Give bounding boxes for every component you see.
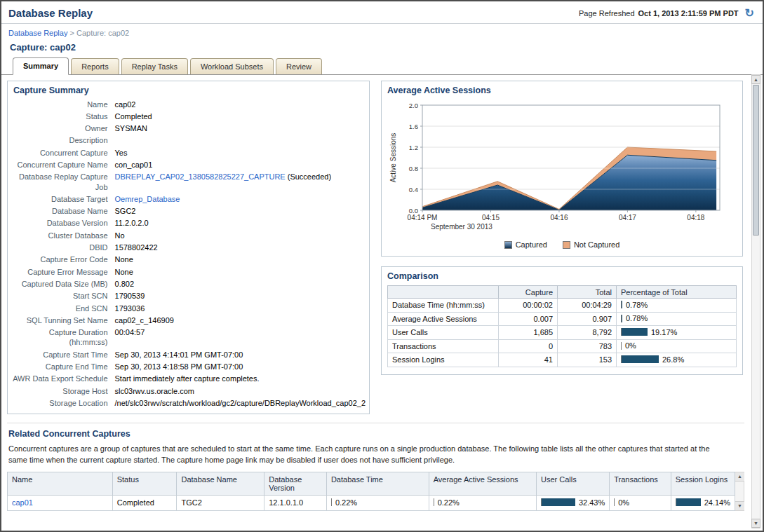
summary-row-description: Description [8, 135, 369, 146]
comparison-cell: 0.78% [617, 299, 737, 313]
comparison-cell: Transactions [388, 339, 499, 353]
page-refreshed-label: Page Refreshed [579, 9, 635, 18]
percentage-bar: 0.78% [621, 314, 648, 322]
link-dbreplay-cap02-1380582825227-capture[interactable]: DBREPLAY_CAP02_1380582825227_CAPTURE [115, 172, 286, 181]
svg-text:0.4: 0.4 [409, 186, 418, 193]
field-label: Concurrent Capture [8, 146, 112, 158]
related-col-session-logins: Session Logins [671, 472, 735, 495]
summary-row-captured-data-size-mb: Captured Data Size (MB)0.802 [8, 278, 369, 289]
related-cell: 0.22% [326, 495, 429, 511]
link-oemrep-database[interactable]: Oemrep_Database [115, 195, 180, 203]
summary-row-awr-data-export-schedule: AWR Data Export ScheduleStart immediatel… [8, 373, 369, 385]
related-cell: Completed [112, 495, 177, 511]
field-label: Status [8, 110, 112, 122]
field-label: Cluster Database [8, 229, 112, 241]
field-label: Capture End Time [8, 361, 112, 373]
tab-reports[interactable]: Reports [71, 58, 119, 74]
field-value: 1578802422 [112, 242, 369, 254]
comparison-cell: 783 [558, 339, 617, 353]
field-label: Capture Duration (hh:mm:ss) [8, 327, 112, 349]
table-scrollbar[interactable]: ▲ ▼ [735, 472, 744, 512]
field-label: Name [8, 98, 112, 110]
field-value: cap02 [112, 98, 369, 110]
summary-row-start-scn: Start SCN1790539 [8, 290, 369, 302]
field-value: 1790539 [112, 290, 369, 302]
related-cell: 0% [610, 495, 671, 511]
field-value: None [112, 266, 369, 278]
refresh-icon[interactable]: ↻ [745, 8, 754, 19]
field-label: Database Version [8, 217, 112, 229]
svg-text:04:18: 04:18 [687, 214, 704, 221]
field-value: Completed [112, 110, 369, 122]
comparison-cell: 19.17% [617, 326, 737, 340]
field-value: 1793036 [112, 302, 369, 314]
tab-workload-subsets[interactable]: Workload Subsets [190, 58, 274, 74]
related-concurrent-captures-section: Related Concurrent Captures Concurrent c… [7, 423, 744, 512]
related-col-user-calls: User Calls [536, 472, 609, 495]
comparison-cell: Average Active Sessions [388, 312, 499, 326]
main-columns: Capture Summary Namecap02StatusCompleted… [7, 81, 744, 414]
related-header-row: NameStatusDatabase NameDatabase VersionD… [8, 472, 735, 495]
comparison-col-blank [388, 286, 499, 299]
summary-row-owner: OwnerSYSMAN [8, 123, 369, 135]
svg-text:September 30 2013: September 30 2013 [431, 223, 492, 231]
field-value: slc03rwv.us.oracle.com [112, 385, 369, 397]
breadcrumb-link-database-replay[interactable]: Database Replay [8, 29, 67, 37]
comparison-title: Comparison [382, 267, 742, 284]
field-value: None [112, 254, 369, 266]
related-cell: cap01 [8, 495, 113, 511]
related-cell: 0.22% [429, 495, 536, 511]
related-cell: 12.1.0.1.0 [264, 495, 327, 511]
field-value: No [112, 229, 369, 241]
field-label: Database Name [8, 205, 112, 217]
field-label: Storage Location [8, 397, 112, 409]
svg-text:04:16: 04:16 [550, 214, 568, 221]
field-label: AWR Data Export Schedule [8, 373, 112, 385]
field-label: Database Replay Capture Job [8, 171, 112, 193]
field-value: Oemrep_Database [112, 193, 369, 205]
related-col-database-time: Database Time [326, 472, 429, 495]
percentage-bar: 0.22% [434, 498, 460, 507]
svg-text:0.8: 0.8 [409, 165, 418, 172]
percentage-bar: 0% [614, 498, 629, 507]
capture-link-cap01[interactable]: cap01 [12, 498, 33, 507]
summary-row-capture-end-time: Capture End TimeSep 30, 2013 4:18:58 PM … [8, 361, 369, 373]
related-concurrent-captures-title: Related Concurrent Captures [7, 428, 744, 440]
legend-swatch-captured-icon [504, 241, 512, 249]
scrollbar-thumb[interactable] [753, 85, 759, 236]
field-value: 11.2.0.2.0 [112, 217, 369, 229]
capture-summary-title: Capture Summary [8, 81, 369, 98]
related-col-status: Status [112, 472, 177, 495]
field-value: cap02_c_146909 [112, 314, 369, 326]
tab-review[interactable]: Review [276, 58, 322, 74]
comparison-cell: Session Logins [388, 353, 499, 367]
database-replay-page: Database Replay Page Refreshed Oct 1, 20… [0, 0, 764, 532]
percentage-bar: 0% [621, 341, 636, 350]
tab-replay-tasks[interactable]: Replay Tasks [121, 58, 188, 74]
comparison-cell: 0 [499, 339, 558, 353]
field-label: Concurrent Capture Name [8, 158, 112, 170]
field-label: SQL Tunning Set Name [8, 314, 112, 326]
table-scrollbar-up-icon[interactable]: ▲ [735, 472, 744, 482]
page-scrollbar[interactable]: ▲ ▼ [751, 74, 760, 528]
breadcrumb-current: Capture: cap02 [76, 29, 129, 37]
field-value: SGC2 [112, 205, 369, 217]
comparison-cell: 0.78% [617, 312, 737, 326]
page-refreshed-time: Oct 1, 2013 2:11:59 PM PDT [638, 9, 739, 18]
scrollbar-up-icon[interactable]: ▲ [751, 75, 760, 84]
table-scrollbar-track[interactable] [735, 482, 744, 502]
field-label: Capture Start Time [8, 348, 112, 360]
field-label: Captured Data Size (MB) [8, 278, 112, 289]
table-scrollbar-down-icon[interactable]: ▼ [735, 501, 744, 510]
comparison-cell: Database Time (hh:mm:ss) [388, 299, 499, 313]
legend-swatch-not-captured-icon [563, 241, 570, 249]
comparison-panel: Comparison CaptureTotalPercentage of Tot… [381, 266, 743, 375]
comparison-row-session-logins: Session Logins4115326.8% [388, 353, 737, 367]
field-value: /net/slc03rwv/scratch/workload/gc2/captu… [112, 397, 369, 409]
summary-row-storage-host: Storage Hostslc03rwv.us.oracle.com [8, 385, 369, 397]
scrollbar-down-icon[interactable]: ▼ [751, 519, 760, 528]
comparison-col-total: Total [558, 286, 617, 299]
comparison-cell: 8,792 [558, 326, 617, 340]
field-value: Start immediately after capture complete… [112, 373, 369, 385]
tab-summary[interactable]: Summary [13, 57, 69, 75]
